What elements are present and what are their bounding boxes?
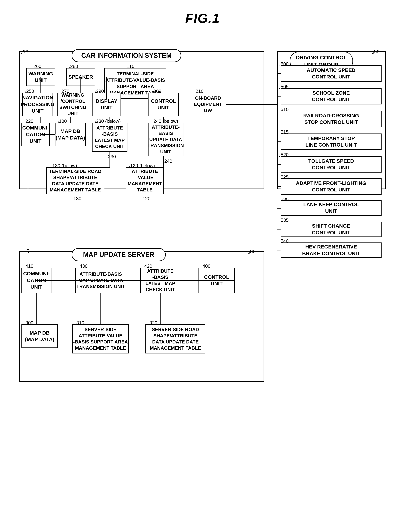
map-db-top-box: MAP DB(MAP DATA) bbox=[55, 123, 86, 146]
ref-130: 130 bbox=[74, 196, 81, 201]
school-zone-box: SCHOOL ZONECONTROL UNIT bbox=[281, 88, 382, 105]
ref-230: 230 bbox=[108, 154, 116, 159]
railroad-box: RAILROAD-CROSSINGSTOP CONTROL UNIT bbox=[281, 111, 382, 127]
terminal-road-box: TERMINAL-SIDE ROADSHAPE/ATTRIBUTEDATA UP… bbox=[46, 167, 104, 194]
onboard-box: ON-BOARDEQUIPMENTGW bbox=[192, 93, 224, 116]
page-title: FIG.1 bbox=[0, 0, 405, 33]
nav-proc-box: NAVIGATIONPROCESSINGUNIT bbox=[22, 93, 53, 116]
warning-unit-box: WARNINGUNIT bbox=[26, 68, 55, 86]
ref-120: 120 bbox=[142, 196, 150, 201]
lane-keep-box: LANE KEEP CONTROLUNIT bbox=[281, 200, 382, 216]
server-attr-box: SERVER-SIDEATTRIBUTE-VALUE-BASIS SUPPORT… bbox=[72, 324, 129, 354]
map-update-ref: ⌟30 bbox=[248, 249, 256, 255]
horiz-connector bbox=[36, 280, 235, 281]
attr-value-mgmt-box: ATTRIBUTE-VALUEMANAGEMENTTABLE bbox=[126, 167, 164, 194]
attr-latest-box: ATTRIBUTE-BASISLATEST MAPCHECK UNIT bbox=[92, 123, 128, 152]
attr-update-box: ATTRIBUTE-BASISUPDATE DATATRANSMISSIONUN… bbox=[148, 123, 183, 156]
driving-control-ref: ⌟50 bbox=[371, 49, 379, 55]
server-road-box: SERVER-SIDE ROADSHAPE/ATTRIBUTEDATA UPDA… bbox=[145, 324, 205, 354]
adaptive-box: ADAPTIVE FRONT-LIGHTINGCONTROL UNIT bbox=[281, 178, 382, 195]
ctrl-unit-box: CONTROLUNIT bbox=[148, 93, 179, 116]
warn-ctrl-box: WARNING/CONTROLSWITCHINGUNIT bbox=[57, 93, 88, 116]
auto-speed-box: AUTOMATIC SPEEDCONTROL UNIT bbox=[281, 66, 382, 82]
map-update-label: MAP UPDATE SERVER bbox=[72, 248, 166, 261]
map-db-bottom-box: MAP DB(MAP DATA) bbox=[21, 324, 58, 348]
tollgate-box: TOLLGATE SPEEDCONTROL UNIT bbox=[281, 156, 382, 172]
car-info-system-label: CAR INFORMATION SYSTEM bbox=[72, 49, 181, 62]
temp-stop-box: TEMPORARY STOPLINE CONTROL UNIT bbox=[281, 133, 382, 150]
comm-unit-box: COMMUNI-CATIONUNIT bbox=[21, 123, 50, 146]
display-unit-box: DISPLAYUNIT bbox=[92, 93, 121, 116]
ref-240: 240 bbox=[164, 158, 172, 164]
speaker-box: SPEAKER bbox=[66, 68, 95, 86]
car-info-ref: ⌟10 bbox=[20, 49, 28, 55]
